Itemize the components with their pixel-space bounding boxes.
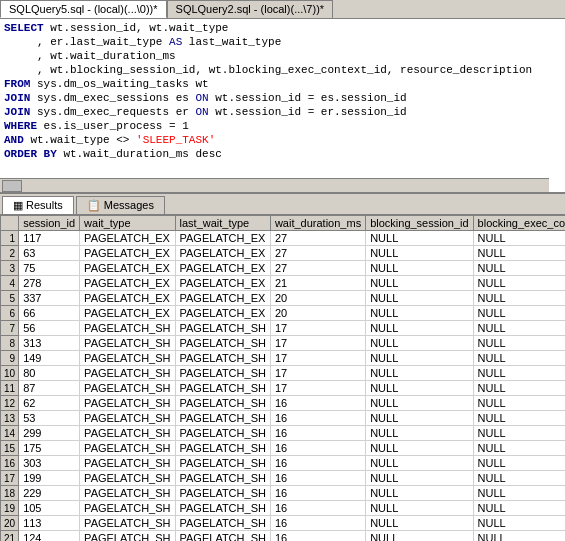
table-cell: NULL	[366, 351, 473, 366]
table-row[interactable]: 15175PAGELATCH_SHPAGELATCH_SH16NULLNULL8…	[1, 441, 566, 456]
table-cell: PAGELATCH_SH	[80, 321, 175, 336]
table-cell: PAGELATCH_SH	[80, 456, 175, 471]
table-cell: PAGELATCH_SH	[175, 411, 270, 426]
table-cell: 303	[19, 456, 80, 471]
row-number: 16	[1, 456, 19, 471]
table-cell: PAGELATCH_SH	[175, 351, 270, 366]
table-row[interactable]: 375PAGELATCH_EXPAGELATCH_EX27NULLNULL8:1…	[1, 261, 566, 276]
table-row[interactable]: 1080PAGELATCH_SHPAGELATCH_SH17NULLNULL8:…	[1, 366, 566, 381]
table-cell: PAGELATCH_EX	[175, 291, 270, 306]
tab-query2[interactable]: SQLQuery2.sql - (local)(...\7))*	[167, 0, 334, 18]
row-number: 17	[1, 471, 19, 486]
table-row[interactable]: 5337PAGELATCH_EXPAGELATCH_EX20NULLNULL8:…	[1, 291, 566, 306]
table-cell: NULL	[473, 411, 565, 426]
table-cell: 16	[270, 426, 365, 441]
tab-results[interactable]: ▦ Results	[2, 196, 74, 214]
table-cell: 16	[270, 501, 365, 516]
row-number: 13	[1, 411, 19, 426]
tab-messages[interactable]: 📋 Messages	[76, 196, 165, 214]
table-cell: NULL	[473, 246, 565, 261]
table-cell: 105	[19, 501, 80, 516]
table-row[interactable]: 18229PAGELATCH_SHPAGELATCH_SH16NULLNULL8…	[1, 486, 566, 501]
table-cell: PAGELATCH_SH	[80, 381, 175, 396]
code-editor: SELECT wt.session_id, wt.wait_type , er.…	[0, 19, 565, 194]
table-cell: PAGELATCH_EX	[80, 231, 175, 246]
table-cell: NULL	[473, 291, 565, 306]
table-cell: NULL	[366, 291, 473, 306]
row-number: 2	[1, 246, 19, 261]
results-grid-icon: ▦	[13, 199, 26, 211]
table-cell: 66	[19, 306, 80, 321]
table-cell: 53	[19, 411, 80, 426]
table-cell: NULL	[473, 366, 565, 381]
table-cell: 149	[19, 351, 80, 366]
row-number: 21	[1, 531, 19, 542]
table-row[interactable]: 1117PAGELATCH_EXPAGELATCH_EX27NULLNULL8:…	[1, 231, 566, 246]
col-header-wait-type: wait_type	[80, 216, 175, 231]
table-row[interactable]: 1187PAGELATCH_SHPAGELATCH_SH17NULLNULL8:…	[1, 381, 566, 396]
results-area[interactable]: session_idwait_typelast_wait_typewait_du…	[0, 215, 565, 541]
table-cell: 56	[19, 321, 80, 336]
table-cell: PAGELATCH_SH	[175, 381, 270, 396]
table-cell: 63	[19, 246, 80, 261]
table-cell: PAGELATCH_SH	[80, 486, 175, 501]
table-cell: NULL	[366, 501, 473, 516]
table-cell: NULL	[366, 396, 473, 411]
table-cell: 27	[270, 261, 365, 276]
table-row[interactable]: 9149PAGELATCH_SHPAGELATCH_SH17NULLNULL8:…	[1, 351, 566, 366]
table-cell: NULL	[473, 321, 565, 336]
table-cell: PAGELATCH_SH	[175, 456, 270, 471]
table-row[interactable]: 14299PAGELATCH_SHPAGELATCH_SH16NULLNULL8…	[1, 426, 566, 441]
table-row[interactable]: 21124PAGELATCH_SHPAGELATCH_SH16NULLNULL8…	[1, 531, 566, 542]
table-cell: PAGELATCH_SH	[80, 531, 175, 542]
table-row[interactable]: 1262PAGELATCH_SHPAGELATCH_SH16NULLNULL8:…	[1, 396, 566, 411]
table-cell: PAGELATCH_SH	[175, 336, 270, 351]
table-cell: 16	[270, 486, 365, 501]
table-row[interactable]: 20113PAGELATCH_SHPAGELATCH_SH16NULLNULL8…	[1, 516, 566, 531]
table-cell: PAGELATCH_SH	[175, 486, 270, 501]
table-cell: NULL	[366, 261, 473, 276]
table-cell: 87	[19, 381, 80, 396]
table-cell: NULL	[366, 456, 473, 471]
table-cell: NULL	[366, 231, 473, 246]
table-cell: PAGELATCH_EX	[175, 306, 270, 321]
table-row[interactable]: 17199PAGELATCH_SHPAGELATCH_SH16NULLNULL8…	[1, 471, 566, 486]
table-cell: PAGELATCH_EX	[175, 246, 270, 261]
table-cell: PAGELATCH_EX	[175, 276, 270, 291]
tab-query5[interactable]: SQLQuery5.sql - (local)(...\0))*	[0, 0, 167, 18]
table-cell: PAGELATCH_SH	[175, 516, 270, 531]
table-row[interactable]: 8313PAGELATCH_SHPAGELATCH_SH17NULLNULL8:…	[1, 336, 566, 351]
row-number: 8	[1, 336, 19, 351]
table-row[interactable]: 666PAGELATCH_EXPAGELATCH_EX20NULLNULL8:1…	[1, 306, 566, 321]
code-content[interactable]: SELECT wt.session_id, wt.wait_type , er.…	[0, 19, 565, 163]
table-cell: PAGELATCH_EX	[80, 261, 175, 276]
table-cell: NULL	[366, 516, 473, 531]
table-cell: NULL	[473, 381, 565, 396]
table-row[interactable]: 1353PAGELATCH_SHPAGELATCH_SH16NULLNULL8:…	[1, 411, 566, 426]
table-cell: 313	[19, 336, 80, 351]
horizontal-scrollbar[interactable]	[0, 178, 549, 192]
table-cell: NULL	[366, 426, 473, 441]
table-cell: PAGELATCH_SH	[175, 441, 270, 456]
table-cell: PAGELATCH_SH	[80, 366, 175, 381]
scrollbar-thumb[interactable]	[2, 180, 22, 192]
table-row[interactable]: 16303PAGELATCH_SHPAGELATCH_SH16NULLNULL8…	[1, 456, 566, 471]
table-cell: 199	[19, 471, 80, 486]
table-row[interactable]: 19105PAGELATCH_SHPAGELATCH_SH16NULLNULL8…	[1, 501, 566, 516]
row-number: 18	[1, 486, 19, 501]
table-cell: PAGELATCH_EX	[80, 276, 175, 291]
row-number: 15	[1, 441, 19, 456]
table-cell: PAGELATCH_EX	[80, 291, 175, 306]
table-cell: NULL	[473, 531, 565, 542]
row-number: 1	[1, 231, 19, 246]
table-row[interactable]: 756PAGELATCH_SHPAGELATCH_SH17NULLNULL8:1…	[1, 321, 566, 336]
table-row[interactable]: 4278PAGELATCH_EXPAGELATCH_EX21NULLNULL8:…	[1, 276, 566, 291]
table-cell: PAGELATCH_SH	[80, 351, 175, 366]
table-cell: NULL	[473, 231, 565, 246]
row-number: 9	[1, 351, 19, 366]
row-number: 19	[1, 501, 19, 516]
table-cell: 16	[270, 396, 365, 411]
table-cell: 16	[270, 441, 365, 456]
table-row[interactable]: 263PAGELATCH_EXPAGELATCH_EX27NULLNULL8:1…	[1, 246, 566, 261]
table-cell: NULL	[473, 441, 565, 456]
